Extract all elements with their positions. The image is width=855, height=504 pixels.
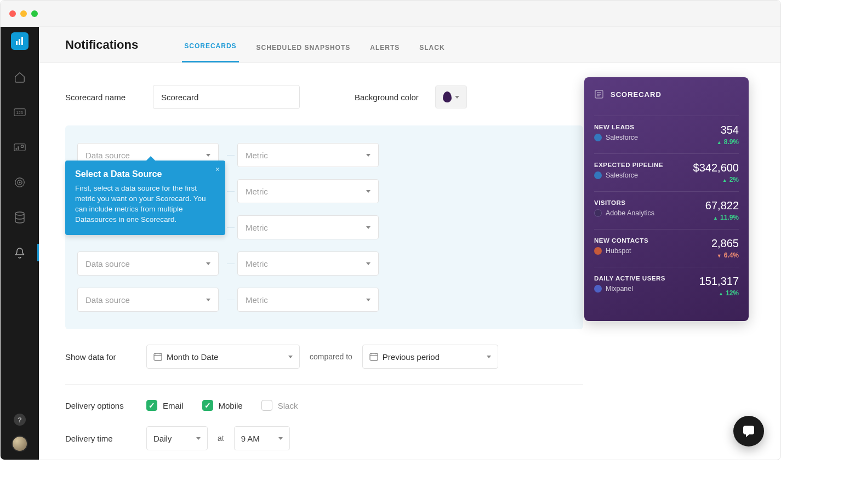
chevron-down-icon [206, 262, 210, 265]
metric-name: NEW LEADS [594, 124, 638, 130]
sidebar-nav: 123 [1, 66, 39, 264]
sidebar-item-data[interactable] [1, 207, 39, 228]
hour-select[interactable]: 9 AM [234, 426, 290, 450]
metric-value: $342,600 [693, 162, 739, 174]
sidebar-item-home[interactable] [1, 66, 39, 88]
data-source-select[interactable]: Data source [77, 288, 219, 312]
data-source-select[interactable]: Data source [77, 251, 219, 276]
metric-value: 2,865 [711, 237, 739, 250]
frequency-value: Daily [153, 434, 172, 443]
database-icon [13, 211, 26, 224]
chevron-down-icon [455, 96, 459, 99]
source-badge-icon [594, 134, 602, 141]
metric-name: NEW CONTACTS [594, 237, 648, 244]
chevron-down-icon [366, 226, 371, 229]
svg-point-11 [19, 182, 20, 183]
svg-rect-13 [154, 353, 162, 360]
metric-name: VISITORS [594, 199, 654, 206]
metric-value: 151,317 [699, 275, 739, 288]
svg-rect-16 [743, 426, 754, 434]
metric-select[interactable]: Metric [237, 288, 379, 312]
sidebar-item-dashboards[interactable] [1, 136, 39, 158]
bg-color-label: Background color [355, 93, 419, 102]
sidebar-item-metrics[interactable]: 123 [1, 101, 39, 123]
tab-slack[interactable]: Slack [417, 44, 447, 62]
svg-rect-1 [19, 39, 20, 45]
svg-text:123: 123 [16, 110, 23, 115]
logo-icon [11, 32, 29, 50]
metric-source: Hubspot [606, 247, 631, 255]
window-controls [9, 10, 38, 17]
date-range-select[interactable]: Month to Date [146, 345, 300, 369]
scorecard-item: EXPECTED PIPELINE Salesforce $342,600 2% [594, 153, 739, 191]
metric-source: Mixpanel [606, 285, 633, 293]
page-header: Notifications Scorecards Scheduled Snaps… [39, 27, 780, 63]
chat-icon [742, 424, 756, 438]
target-icon [13, 176, 26, 189]
calendar-icon [153, 352, 162, 361]
tab-scorecards[interactable]: Scorecards [182, 42, 238, 62]
chevron-down-icon [366, 262, 371, 265]
metric-select[interactable]: Metric [237, 251, 379, 276]
delivery-option-mobile[interactable]: Mobile [202, 400, 243, 411]
chevron-down-icon [206, 154, 210, 157]
checkbox-label: Mobile [219, 401, 243, 410]
compared-to-label: compared to [310, 352, 352, 361]
sidebar-item-goals[interactable] [1, 171, 39, 193]
coachmark-close-button[interactable]: × [215, 165, 220, 174]
scorecard-name-input[interactable] [153, 85, 300, 109]
metric-select[interactable]: Metric [237, 179, 379, 203]
delivery-option-email[interactable]: Email [146, 400, 184, 411]
at-label: at [218, 434, 224, 443]
calendar-icon [369, 352, 378, 361]
source-badge-icon [594, 171, 602, 179]
window-minimize-button[interactable] [20, 10, 27, 17]
help-button[interactable]: ? [14, 414, 26, 426]
app-logo[interactable] [1, 27, 39, 55]
tab-alerts[interactable]: Alerts [368, 44, 402, 62]
compare-value: Previous period [383, 352, 440, 362]
content-area: Scorecard name Background color Data sou… [39, 63, 780, 460]
metrics-icon: 123 [13, 106, 26, 119]
app-body: 123 ? Notifications Scorecards Scheduled… [1, 27, 780, 460]
metric-value: 354 [717, 124, 739, 136]
placeholder-text: Data source [86, 295, 130, 305]
chevron-down-icon [366, 299, 371, 301]
svg-rect-0 [16, 41, 18, 45]
delivery-options: Email Mobile Slack [146, 400, 298, 411]
window-zoom-button[interactable] [31, 10, 38, 17]
sidebar-item-notifications[interactable] [1, 242, 39, 264]
metric-select[interactable]: Metric [237, 143, 379, 167]
metric-row: Data source Metric [77, 288, 571, 312]
placeholder-text: Metric [246, 259, 268, 268]
svg-rect-14 [370, 353, 378, 360]
metric-select[interactable]: Metric [237, 215, 379, 239]
metric-source: Salesforce [606, 134, 638, 141]
delivery-option-slack[interactable]: Slack [261, 400, 298, 411]
tab-scheduled-snapshots[interactable]: Scheduled Snapshots [254, 44, 353, 62]
page-title: Notifications [65, 38, 138, 52]
header-tabs: Scorecards Scheduled Snapshots Alerts Sl… [182, 27, 447, 62]
chevron-down-icon [196, 437, 201, 440]
show-data-row: Show data for Month to Date compared to … [65, 345, 583, 369]
placeholder-text: Data source [86, 259, 130, 268]
drop-icon [443, 91, 452, 102]
scorecard-preview: SCORECARD NEW LEADS Salesforce 354 8.9% [584, 77, 749, 321]
hour-value: 9 AM [241, 434, 260, 443]
user-avatar[interactable] [12, 436, 28, 452]
metric-name: DAILY ACTIVE USERS [594, 275, 665, 282]
chat-launcher-button[interactable] [733, 416, 764, 446]
window-close-button[interactable] [9, 10, 16, 17]
metric-name: EXPECTED PIPELINE [594, 162, 663, 168]
compare-select[interactable]: Previous period [362, 345, 498, 369]
app-window: 123 ? Notifications Scorecards Scheduled… [0, 0, 781, 460]
bg-color-select[interactable] [435, 85, 467, 108]
metric-delta: 6.4% [711, 251, 739, 259]
svg-rect-7 [18, 146, 19, 150]
metrics-band: Data source Metric × Select a Data Sourc… [65, 125, 583, 329]
chevron-down-icon [487, 356, 491, 358]
placeholder-text: Metric [246, 151, 268, 160]
source-badge-icon [594, 285, 602, 293]
source-badge-icon [594, 209, 602, 217]
frequency-select[interactable]: Daily [146, 426, 208, 450]
